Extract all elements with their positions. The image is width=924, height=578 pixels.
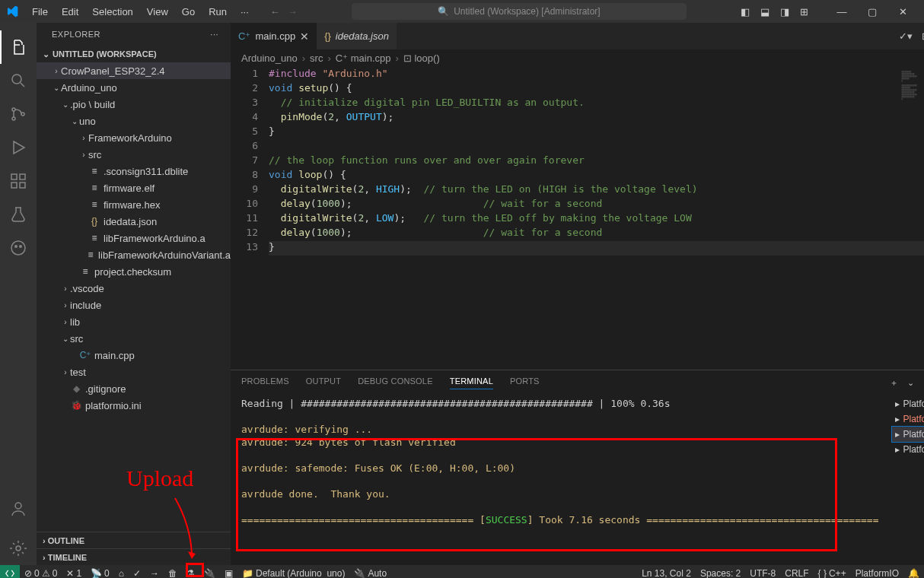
tab-label: idedata.json: [336, 30, 389, 42]
status-cursor[interactable]: Ln 13, Col 2: [637, 568, 696, 578]
terminal-new-icon[interactable]: ＋: [890, 377, 898, 389]
breadcrumb-segment[interactable]: C⁺ main.cpp: [336, 52, 391, 64]
activity-accounts-icon[interactable]: [0, 492, 37, 526]
panel-tab-ports[interactable]: PORTS: [510, 376, 540, 389]
breadcrumb-segment[interactable]: ⊡ loop(): [403, 52, 440, 64]
pio-env[interactable]: 📁 Default (Arduino_uno): [237, 568, 349, 578]
menu-edit[interactable]: Edit: [56, 3, 84, 21]
menu-···[interactable]: ···: [234, 3, 255, 21]
code-editor[interactable]: #include "Arduino.h"void setup() { // in…: [269, 66, 924, 370]
breadcrumb[interactable]: Arduino_uno›src›C⁺ main.cpp›⊡ loop(): [231, 49, 924, 66]
layout-panel-bottom-icon[interactable]: ⬓: [760, 6, 769, 17]
line-gutter: 12345678910111213: [231, 66, 269, 370]
menu-view[interactable]: View: [141, 3, 174, 21]
editor-tab[interactable]: C⁺main.cpp✕: [231, 23, 317, 49]
panel-tab-terminal[interactable]: TERMINAL: [450, 376, 493, 389]
workspace-label[interactable]: ⌄UNTITLED (WORKSPACE): [37, 46, 231, 62]
remote-indicator[interactable]: [0, 568, 20, 578]
activity-settings-icon[interactable]: [0, 532, 37, 565]
status-errors[interactable]: ⊘0 ⚠0: [20, 568, 62, 578]
layout-panel-right-icon[interactable]: ◨: [780, 6, 789, 17]
panel-tab-output[interactable]: OUTPUT: [306, 376, 341, 389]
terminal-list-item[interactable]: ▸Platform…✓: [892, 442, 924, 457]
timeline-section[interactable]: › TIMELINE: [37, 548, 231, 565]
tree-item[interactable]: ⌄uno: [37, 113, 231, 129]
terminal-output[interactable]: Reading | ##############################…: [231, 395, 889, 565]
explorer-more-icon[interactable]: ···: [210, 30, 218, 39]
activity-debug-icon[interactable]: [0, 131, 37, 164]
pio-home-icon[interactable]: ⌂: [114, 568, 129, 578]
status-lang[interactable]: { } C++: [814, 568, 851, 578]
tree-item[interactable]: ≡firmware.elf: [37, 179, 231, 196]
tree-item[interactable]: ≡firmware.hex: [37, 196, 231, 213]
tree-item[interactable]: ›test: [37, 364, 231, 380]
tree-item[interactable]: ≡project.checksum: [37, 263, 231, 280]
tab-close-icon[interactable]: ✕: [300, 30, 309, 43]
breadcrumb-segment[interactable]: Arduino_uno: [241, 52, 298, 64]
terminal-list-item[interactable]: ▸Platform…⊗: [892, 411, 924, 427]
terminal-dropdown-icon[interactable]: ⌄: [907, 378, 914, 388]
menu-selection[interactable]: Selection: [86, 3, 139, 21]
tree-item[interactable]: ≡libFrameworkArduinoVariant.a: [37, 246, 231, 263]
editor-split-icon[interactable]: ⊞: [922, 30, 924, 42]
status-fixes[interactable]: ✕1: [62, 568, 86, 578]
activity-extensions-icon[interactable]: [0, 164, 37, 198]
status-ports[interactable]: 📡0: [86, 568, 114, 578]
status-encoding[interactable]: UTF-8: [745, 568, 780, 578]
activity-search-icon[interactable]: [0, 64, 37, 97]
activity-scm-icon[interactable]: [0, 97, 37, 131]
activity-explorer-icon[interactable]: [0, 30, 37, 64]
activity-platformio-icon[interactable]: [0, 231, 37, 265]
file-icon: ≡: [79, 266, 91, 277]
tree-item[interactable]: ›FrameworkArduino: [37, 129, 231, 146]
menu-run[interactable]: Run: [202, 3, 233, 21]
activity-testing-icon[interactable]: [0, 198, 37, 231]
window-minimize-icon[interactable]: —: [827, 6, 857, 17]
pio-serial-icon[interactable]: 🔌: [199, 568, 220, 578]
tree-item[interactable]: ⌄Arduino_uno: [37, 79, 231, 96]
status-eol[interactable]: CRLF: [780, 568, 813, 578]
window-maximize-icon[interactable]: ▢: [857, 6, 887, 17]
layout-panel-left-icon[interactable]: ◧: [741, 6, 750, 17]
status-platformio[interactable]: PlatformIO: [851, 568, 903, 578]
command-center[interactable]: 🔍 Untitled (Workspace) [Administrator]: [352, 3, 687, 20]
terminal-list-item[interactable]: ▸Platform…◌: [892, 427, 924, 442]
tree-item[interactable]: ≡.sconsign311.dblite: [37, 163, 231, 179]
tree-item[interactable]: ›include: [37, 297, 231, 313]
chevron-icon: ›: [61, 318, 70, 326]
tree-item[interactable]: ⌄.pio \ build: [37, 96, 231, 113]
pio-build-icon[interactable]: ✓: [129, 568, 145, 578]
breadcrumb-segment[interactable]: src: [310, 52, 323, 64]
tree-item[interactable]: ›CrowPanel_ESP32_2.4: [37, 62, 231, 79]
editor-tab[interactable]: {}idedata.json: [317, 23, 397, 49]
status-notifications-icon[interactable]: 🔔: [903, 568, 924, 578]
window-close-icon[interactable]: ✕: [887, 6, 918, 17]
pio-terminal-icon[interactable]: ▣: [220, 568, 237, 578]
pio-upload-icon[interactable]: →: [145, 568, 164, 578]
status-spaces[interactable]: Spaces: 2: [696, 568, 745, 578]
pio-clean-icon[interactable]: 🗑: [164, 568, 182, 578]
tree-item[interactable]: {}idedata.json: [37, 213, 231, 230]
tree-item[interactable]: ◆.gitignore: [37, 380, 231, 397]
nav-back-icon[interactable]: ←: [270, 6, 280, 17]
minimap[interactable]: ████████████████████████████████████████…: [897, 66, 924, 370]
menu-go[interactable]: Go: [176, 3, 201, 21]
outline-section[interactable]: › OUTLINE: [37, 532, 231, 548]
layout-customize-icon[interactable]: ⊞: [800, 6, 808, 17]
tree-item[interactable]: ≡libFrameworkArduino.a: [37, 230, 231, 246]
nav-forward-icon[interactable]: →: [288, 6, 298, 17]
editor-run-icon[interactable]: ✓▾: [899, 30, 913, 42]
tree-item[interactable]: 🐞platformio.ini: [37, 397, 231, 414]
tree-item[interactable]: ›src: [37, 146, 231, 163]
tree-item-label: .pio \ build: [70, 99, 115, 110]
panel-tab-problems[interactable]: PROBLEMS: [241, 376, 289, 389]
pio-port[interactable]: 🔌 Auto: [349, 568, 391, 578]
tree-item[interactable]: C⁺main.cpp: [37, 347, 231, 364]
menu-file[interactable]: File: [26, 3, 54, 21]
panel-tab-debug-console[interactable]: DEBUG CONSOLE: [358, 376, 433, 389]
tree-item[interactable]: ›.vscode: [37, 280, 231, 297]
pio-test-icon[interactable]: ⚗: [182, 568, 199, 578]
tree-item[interactable]: ›lib: [37, 313, 231, 330]
terminal-list-item[interactable]: ▸Platform…✓: [892, 396, 924, 411]
tree-item[interactable]: ⌄src: [37, 330, 231, 347]
